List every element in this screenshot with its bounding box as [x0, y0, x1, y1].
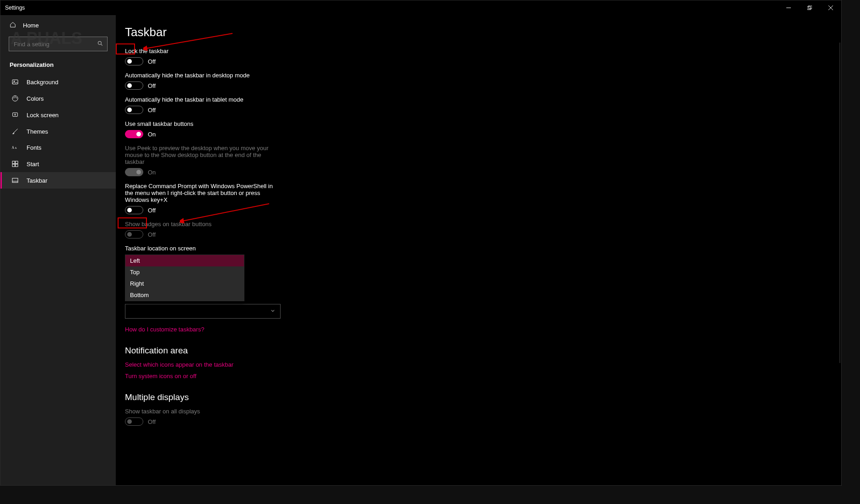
font-icon: AA: [11, 145, 19, 151]
select-icons-link[interactable]: Select which icons appear on the taskbar: [125, 361, 841, 368]
taskbar-location-dropdown-open[interactable]: LeftTopRightBottom: [125, 255, 244, 301]
minimize-button[interactable]: [778, 0, 799, 15]
picture-icon: [11, 78, 19, 86]
toggle-state: Off: [148, 207, 156, 214]
taskbar-location-label: Taskbar location on screen: [125, 245, 841, 252]
show-taskbar-all-displays-toggle[interactable]: [125, 417, 143, 426]
toggle-replace-command-prompt-with-windows-powe[interactable]: [125, 206, 143, 214]
setting-label: Automatically hide the taskbar in deskto…: [125, 72, 281, 79]
toggle-use-peek-to-preview-the-desktop-when-you[interactable]: [125, 168, 143, 176]
start-icon: [11, 160, 19, 168]
sidebar-item-colors[interactable]: Colors: [0, 90, 116, 107]
svg-point-12: [16, 98, 16, 98]
svg-point-10: [14, 98, 14, 98]
titlebar: Settings: [0, 0, 841, 15]
sidebar-item-label: Fonts: [27, 144, 42, 151]
setting-replace-command-prompt-with-windows-powe: Replace Command Prompt with Windows Powe…: [125, 183, 281, 214]
lock-icon: [11, 111, 19, 119]
search-box[interactable]: [9, 37, 108, 51]
turn-system-icons-link[interactable]: Turn system icons on or off: [125, 373, 841, 379]
setting-automatically-hide-the-taskbar-in-deskto: Automatically hide the taskbar in deskto…: [125, 72, 281, 90]
toggle-automatically-hide-the-taskbar-in-tablet[interactable]: [125, 106, 143, 114]
location-option-bottom[interactable]: Bottom: [125, 289, 244, 301]
setting-label: Use small taskbar buttons: [125, 120, 281, 127]
sidebar-item-label: Themes: [27, 128, 48, 135]
show-taskbar-all-displays-setting: Show taskbar on all displays Off: [125, 408, 281, 426]
app-title: Settings: [5, 5, 25, 11]
home-link[interactable]: Home: [0, 15, 116, 36]
setting-label: Replace Command Prompt with Windows Powe…: [125, 183, 281, 203]
svg-rect-17: [12, 161, 15, 163]
sidebar-item-themes[interactable]: Themes: [0, 123, 116, 140]
sidebar-item-background[interactable]: Background: [0, 74, 116, 90]
svg-rect-21: [12, 178, 18, 182]
home-label: Home: [23, 22, 39, 29]
settings-window: Settings A PUALS Home Personalization Ba…: [0, 0, 842, 486]
setting-use-peek-to-preview-the-desktop-when-you: Use Peek to preview the desktop when you…: [125, 145, 281, 176]
sidebar-item-label: Lock screen: [27, 112, 59, 119]
svg-point-5: [98, 41, 101, 44]
multiple-displays-heading: Multiple displays: [125, 392, 841, 402]
toggle-state: Off: [148, 58, 156, 65]
close-button[interactable]: [820, 0, 841, 15]
svg-text:A: A: [15, 146, 16, 149]
toggle-state: On: [148, 131, 156, 138]
toggle-automatically-hide-the-taskbar-in-deskto[interactable]: [125, 81, 143, 90]
taskbar-icon: [11, 177, 19, 184]
toggle-state: On: [148, 169, 156, 176]
sidebar-item-label: Colors: [27, 95, 44, 102]
location-option-right[interactable]: Right: [125, 278, 244, 289]
toggle-show-badges-on-taskbar-buttons[interactable]: [125, 230, 143, 238]
setting-use-small-taskbar-buttons: Use small taskbar buttons On: [125, 120, 281, 138]
svg-line-6: [101, 44, 103, 45]
setting-label: Show badges on taskbar buttons: [125, 221, 281, 228]
setting-automatically-hide-the-taskbar-in-tablet: Automatically hide the taskbar in tablet…: [125, 96, 281, 114]
setting-lock-the-taskbar: Lock the taskbar Off: [125, 48, 281, 65]
brush-icon: [11, 128, 19, 135]
sidebar-item-lock-screen[interactable]: Lock screen: [0, 107, 116, 123]
toggle-state: Off: [148, 82, 156, 89]
sidebar-item-taskbar[interactable]: Taskbar: [0, 172, 116, 189]
toggle-state: Off: [148, 107, 156, 114]
maximize-button[interactable]: [799, 0, 820, 15]
svg-rect-13: [13, 113, 18, 116]
sidebar-nav: BackgroundColorsLock screenThemesAAFonts…: [0, 74, 116, 189]
home-icon: [10, 22, 16, 29]
search-input[interactable]: [13, 40, 97, 48]
notification-area-heading: Notification area: [125, 346, 841, 356]
toggle-state: Off: [148, 231, 156, 238]
setting-label: Lock the taskbar: [125, 48, 281, 54]
page-title: Taskbar: [125, 25, 841, 39]
svg-point-14: [15, 114, 16, 115]
sidebar: A PUALS Home Personalization BackgroundC…: [0, 15, 116, 485]
svg-rect-20: [16, 164, 18, 167]
sidebar-item-label: Taskbar: [27, 177, 48, 184]
search-icon: [97, 40, 103, 48]
customize-taskbars-link[interactable]: How do I customize taskbars?: [125, 326, 841, 333]
palette-icon: [11, 95, 19, 102]
setting-label: Automatically hide the taskbar in tablet…: [125, 96, 281, 103]
setting-label: Use Peek to preview the desktop when you…: [125, 145, 281, 165]
svg-point-11: [15, 97, 15, 97]
category-title: Personalization: [0, 56, 116, 74]
sidebar-item-start[interactable]: Start: [0, 156, 116, 172]
sidebar-item-fonts[interactable]: AAFonts: [0, 140, 116, 156]
content-pane: Taskbar Lock the taskbar Off Automatical…: [116, 15, 841, 485]
svg-text:A: A: [12, 146, 15, 150]
show-taskbar-all-displays-state: Off: [148, 418, 156, 425]
show-taskbar-all-displays-label: Show taskbar on all displays: [125, 408, 281, 415]
window-controls: [778, 0, 841, 15]
chevron-down-icon: [270, 308, 276, 315]
toggle-use-small-taskbar-buttons[interactable]: [125, 130, 143, 138]
combine-buttons-dropdown[interactable]: [125, 304, 281, 319]
location-option-left[interactable]: Left: [125, 255, 244, 266]
svg-rect-18: [16, 161, 18, 163]
scrollbar[interactable]: [839, 43, 840, 363]
location-option-top[interactable]: Top: [125, 266, 244, 278]
svg-rect-7: [12, 80, 18, 84]
toggle-lock-the-taskbar[interactable]: [125, 57, 143, 65]
setting-show-badges-on-taskbar-buttons: Show badges on taskbar buttons Off: [125, 221, 281, 238]
svg-rect-19: [12, 164, 15, 167]
sidebar-item-label: Background: [27, 79, 58, 86]
sidebar-item-label: Start: [27, 161, 39, 168]
